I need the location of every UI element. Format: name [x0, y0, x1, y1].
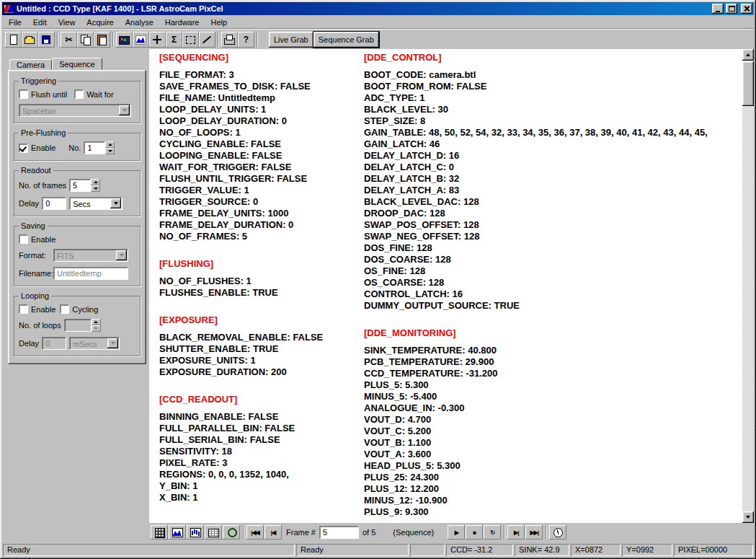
play-button[interactable]: ▶: [448, 525, 465, 540]
print-button[interactable]: [221, 32, 238, 48]
frames-value[interactable]: 5: [69, 179, 91, 192]
settings-column-left: [SEQUENCING]FILE_FORMAT: 3SAVE_FRAMES_TO…: [159, 52, 364, 519]
crosshair-icon: [151, 34, 164, 45]
tile-view-button[interactable]: [151, 525, 168, 540]
setting-line: DOS_COARSE: 128: [364, 254, 738, 265]
setting-line: HEAD_PLUS_5: 5.300: [364, 460, 738, 472]
setting-line: SWAP_POS_OFFSET: 128: [364, 219, 738, 231]
menu-item-file[interactable]: File: [3, 17, 27, 28]
stop-button[interactable]: ■: [466, 525, 483, 540]
first-frame-button[interactable]: |◀◀: [246, 525, 264, 540]
toolbar-icon-group: ✂Σ?: [5, 32, 254, 48]
loop-playback-button[interactable]: ↻: [484, 525, 501, 540]
minimize-button[interactable]: [712, 4, 724, 14]
tab-camera[interactable]: Camera: [9, 59, 52, 70]
loop-units-dropdown-button[interactable]: [107, 338, 118, 348]
saving-enable-checkbox[interactable]: [19, 234, 28, 244]
flush-until-checkbox[interactable]: [19, 89, 28, 99]
pre-flushing-group-label: Pre-Flushing: [19, 129, 68, 137]
profile-view-button[interactable]: [169, 525, 186, 540]
live-grab-button[interactable]: Live Grab: [269, 32, 313, 48]
spin-up-button[interactable]: [105, 141, 115, 148]
maximize-button[interactable]: [726, 4, 737, 14]
printer-icon: [223, 34, 236, 45]
image-display-button[interactable]: [116, 32, 133, 48]
open-file-button[interactable]: [22, 32, 38, 48]
histogram-view-button[interactable]: [187, 525, 204, 540]
menu-item-help[interactable]: Help: [205, 17, 233, 28]
select-region-button[interactable]: [182, 32, 199, 48]
readout-delay-field[interactable]: 0: [42, 197, 66, 210]
readout-delay-units-select[interactable]: Secs: [69, 197, 123, 210]
arrow-up-icon: [94, 181, 98, 183]
cut-button[interactable]: ✂: [61, 32, 77, 48]
setting-line: DELAY_LATCH_C: 0: [364, 162, 738, 173]
cycle-view-button[interactable]: [223, 525, 240, 540]
looping-enable-checkbox[interactable]: [19, 304, 28, 314]
menu-item-edit[interactable]: Edit: [27, 17, 53, 28]
table-view-button[interactable]: [205, 525, 222, 540]
pre-flush-enable-checkbox[interactable]: [19, 144, 28, 153]
loop-delay-units-select[interactable]: mSecs: [69, 337, 120, 350]
menu-item-acquire[interactable]: Acquire: [81, 17, 119, 28]
sequence-grab-button[interactable]: Sequence Grab: [313, 32, 379, 48]
spin-up-button[interactable]: [92, 319, 101, 325]
tab-sequence[interactable]: Sequence: [52, 58, 102, 70]
scroll-up-button[interactable]: [742, 49, 754, 61]
skip-to-first-icon: |◀◀: [248, 527, 262, 538]
spin-up-button[interactable]: [91, 179, 100, 185]
draw-line-button[interactable]: [199, 32, 215, 48]
scroll-down-button[interactable]: [742, 511, 754, 523]
previous-frame-button[interactable]: |◀: [264, 525, 282, 540]
circle-icon: [226, 527, 238, 538]
format-row: Format: FITS: [19, 249, 135, 262]
loops-value[interactable]: [64, 319, 92, 332]
spin-down-button[interactable]: [105, 148, 115, 154]
filename-field[interactable]: Untitledtemp: [53, 267, 128, 280]
statistics-button[interactable]: Σ: [166, 32, 182, 48]
help-button[interactable]: ?: [238, 32, 254, 48]
vertical-scrollbar[interactable]: [742, 49, 754, 523]
skip-to-last-icon: ▶▶|: [527, 527, 541, 538]
pre-flush-count-value[interactable]: 1: [84, 141, 105, 154]
crosshair-button[interactable]: [149, 32, 166, 48]
arrow-down-icon: [746, 516, 750, 519]
menu-item-analyse[interactable]: Analyse: [120, 17, 159, 28]
spin-down-button[interactable]: [92, 325, 101, 332]
frame-number-input[interactable]: [319, 526, 359, 539]
save-button[interactable]: [38, 32, 55, 48]
looping-enable-label: Enable: [31, 305, 55, 314]
line-profile-button[interactable]: [133, 32, 149, 48]
spin-down-button[interactable]: [91, 185, 100, 192]
readout-units-dropdown-button[interactable]: [110, 198, 121, 208]
timer-button[interactable]: [549, 525, 566, 540]
cycling-checkbox[interactable]: [60, 304, 69, 314]
copy-button[interactable]: [77, 32, 94, 48]
menu-bar: FileEditViewAcquireAnalyseHardwareHelp: [2, 15, 754, 29]
format-dropdown-button[interactable]: [116, 250, 127, 260]
section-header: [SEQUENCING]: [159, 52, 364, 63]
title-bar: Untitled : CCD Type [KAF 1400] - LSR Ast…: [2, 2, 754, 15]
trigger-source-dropdown-button[interactable]: [119, 105, 130, 115]
paste-button[interactable]: [94, 32, 110, 48]
menu-item-hardware[interactable]: Hardware: [159, 17, 205, 28]
tab-strip: Camera Sequence: [8, 58, 146, 70]
toolbar-separator: [218, 32, 219, 47]
last-frame-button[interactable]: ▶▶|: [525, 525, 543, 540]
close-button[interactable]: [741, 4, 752, 14]
settings-report-pane[interactable]: [SEQUENCING]FILE_FORMAT: 3SAVE_FRAMES_TO…: [149, 49, 754, 523]
menu-item-view[interactable]: View: [53, 17, 81, 28]
wait-for-checkbox[interactable]: [74, 89, 84, 99]
scrollbar-thumb[interactable]: [742, 61, 754, 106]
format-select[interactable]: FITS: [53, 249, 128, 262]
settings-section: [FLUSHING]NO_OF_FLUSHES: 1FLUSHES_ENABLE…: [159, 258, 364, 299]
loop-delay-field[interactable]: 0: [42, 337, 66, 350]
status-blank-panel: [410, 544, 445, 556]
app-icon[interactable]: [4, 4, 14, 14]
setting-line: BOOT_CODE: camera.btl: [364, 69, 738, 81]
looping-group-label: Looping: [19, 292, 51, 300]
new-document-button[interactable]: [5, 32, 22, 48]
next-frame-button[interactable]: ▶|: [507, 525, 525, 540]
cycling-label: Cycling: [72, 305, 98, 314]
trigger-source-select[interactable]: Spacebar: [19, 104, 131, 117]
